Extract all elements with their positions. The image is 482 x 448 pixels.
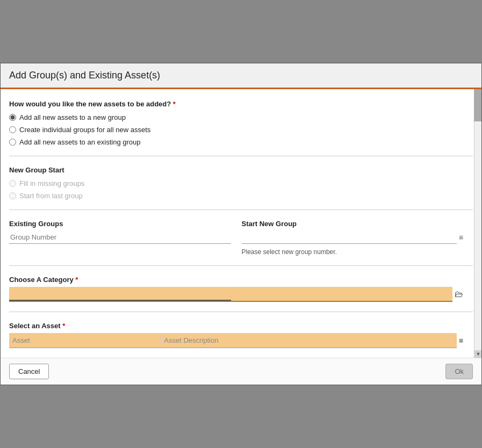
divider-2: [9, 209, 473, 210]
category-row: 🗁: [9, 287, 463, 302]
section-category: Choose A Category * 🗁: [9, 276, 473, 302]
category-input-bar[interactable]: [9, 287, 452, 302]
start-new-group-col: Start New Group 1 ≡ Please select new gr…: [242, 220, 464, 256]
new-group-start-title: New Group Start: [9, 166, 463, 174]
radio-new-group[interactable]: [9, 114, 16, 121]
dialog-footer: Cancel Ok: [1, 358, 481, 385]
category-label: Choose A Category *: [9, 276, 463, 284]
scrollbar-arrow-down[interactable]: ▼: [474, 350, 481, 358]
dialog: Add Group(s) and Existing Asset(s) How w…: [0, 63, 482, 385]
group-number-input[interactable]: [9, 231, 231, 244]
radio-option-new-group[interactable]: Add all new assets to a new group: [9, 113, 463, 121]
divider-1: [9, 156, 473, 156]
asset-placeholder: Asset: [9, 336, 161, 344]
cancel-button[interactable]: Cancel: [9, 364, 49, 379]
existing-groups-col: Existing Groups: [9, 220, 231, 244]
dialog-title: Add Group(s) and Existing Asset(s): [9, 70, 473, 81]
radio-option-existing[interactable]: Add all new assets to an existing group: [9, 138, 463, 146]
asset-row: Asset Asset Description ≡: [9, 333, 463, 348]
groups-two-col: Existing Groups Start New Group 1 ≡ Plea…: [9, 220, 463, 256]
section-new-group-start: New Group Start Fill in missing groups S…: [9, 166, 473, 200]
start-new-group-wrapper: 1 ≡: [242, 231, 464, 244]
section-add-method: How would you like the new assets to be …: [9, 100, 473, 146]
radio-individual-label: Create individual groups for all new ass…: [19, 126, 150, 134]
category-inner-line: [9, 300, 231, 301]
radio-existing[interactable]: [9, 139, 16, 146]
dialog-header: Add Group(s) and Existing Asset(s): [1, 63, 481, 89]
radio-option-fill-missing[interactable]: Fill in missing groups: [9, 179, 463, 187]
asset-label: Select an Asset *: [9, 322, 463, 330]
radio-start-last-label: Start from last group: [19, 192, 83, 200]
add-method-question: How would you like the new assets to be …: [9, 100, 463, 108]
scrollbar-thumb[interactable]: [474, 89, 481, 121]
radio-option-start-last[interactable]: Start from last group: [9, 192, 463, 200]
radio-existing-label: Add all new assets to an existing group: [19, 138, 140, 146]
asset-desc-placeholder: Asset Description: [161, 336, 457, 344]
asset-input-bar[interactable]: Asset Asset Description: [9, 333, 457, 348]
radio-new-group-label: Add all new assets to a new group: [19, 113, 126, 121]
start-new-group-input[interactable]: 1: [242, 231, 457, 244]
dialog-body: How would you like the new assets to be …: [1, 89, 481, 358]
radio-individual[interactable]: [9, 126, 16, 133]
radio-fill-missing-label: Fill in missing groups: [19, 179, 84, 187]
existing-groups-label: Existing Groups: [9, 220, 231, 228]
radio-option-individual[interactable]: Create individual groups for all new ass…: [9, 126, 463, 134]
start-new-group-menu-icon[interactable]: ≡: [459, 233, 463, 242]
radio-start-last[interactable]: [9, 192, 16, 199]
section-asset: Select an Asset * Asset Asset Descriptio…: [9, 322, 473, 348]
folder-icon[interactable]: 🗁: [455, 290, 463, 299]
ok-button[interactable]: Ok: [445, 364, 473, 379]
start-new-group-label: Start New Group: [242, 220, 464, 228]
scrollbar-track[interactable]: ▲ ▼: [474, 89, 481, 358]
divider-4: [9, 312, 473, 312]
radio-fill-missing[interactable]: [9, 180, 16, 187]
divider-3: [9, 265, 473, 266]
start-new-group-hint: Please select new group number.: [242, 248, 464, 256]
asset-lines-icon[interactable]: ≡: [459, 336, 463, 345]
section-groups: Existing Groups Start New Group 1 ≡ Plea…: [9, 220, 473, 256]
